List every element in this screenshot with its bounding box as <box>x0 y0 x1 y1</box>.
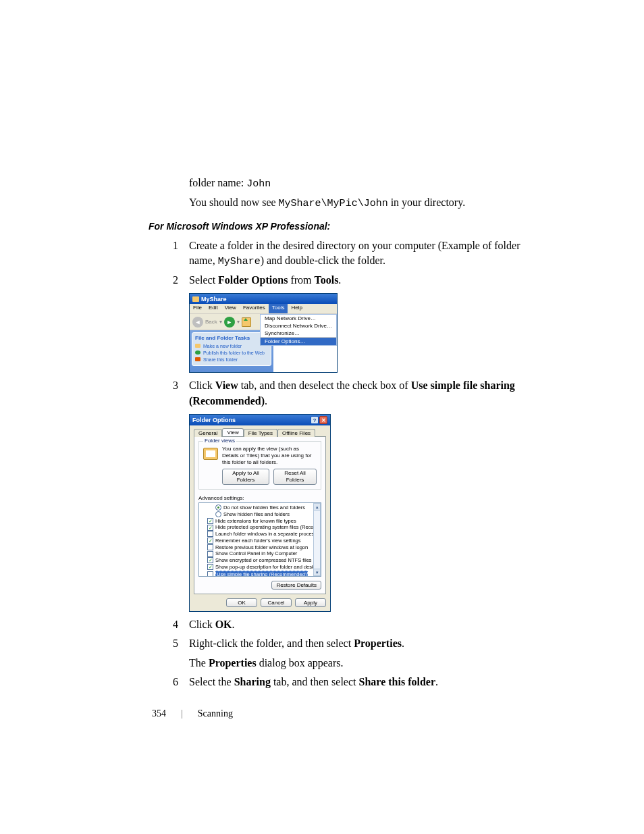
step-1: 1 Create a folder in the desired directo… <box>149 238 522 269</box>
menuitem-map-drive[interactable]: Map Network Drive… <box>261 315 336 322</box>
back-chevron-icon[interactable]: ▾ <box>219 319 222 325</box>
intro-prefix: folder name: <box>189 177 246 188</box>
forward-chevron-icon[interactable]: ▾ <box>237 319 240 325</box>
tasks-title: File and Folder Tasks <box>195 334 268 343</box>
intro-code-2: MyShare\MyPic\John <box>279 198 388 209</box>
toolbar: ◄ Back ▾ ► ▾ Map Network Drive… Disconne… <box>190 314 337 330</box>
window-titlebar: MyShare <box>190 294 337 304</box>
folder-views-desc: You can apply the view (such as Details … <box>222 446 317 466</box>
step-5: 5 Right-click the folder, and then selec… <box>149 636 522 671</box>
advanced-settings-list[interactable]: ▴ ▾ Do not show hidden files and folders… <box>198 502 321 577</box>
adv-check-remember[interactable]: ✓ Remember each folder's view settings <box>200 538 311 544</box>
adv-check-launch-sep[interactable]: Launch folder windows in a separate proc… <box>200 531 311 538</box>
checkbox-icon <box>207 551 213 557</box>
step-6: 6 Select the Sharing tab, and then selec… <box>149 675 522 689</box>
scroll-up-button[interactable]: ▴ <box>313 503 321 511</box>
task-share-folder[interactable]: Share this folder <box>195 357 268 363</box>
dialog-tabs: General View File Types Offline Files <box>190 425 330 436</box>
adv-check-popup-desc[interactable]: ✓ Show pop-up description for folder and… <box>200 564 311 571</box>
tab-general[interactable]: General <box>194 429 222 437</box>
step1-code: MyShare <box>218 256 261 267</box>
menuitem-synchronize[interactable]: Synchronize… <box>261 330 336 337</box>
step-number: 1 <box>165 238 178 253</box>
menu-help[interactable]: Help <box>288 304 305 313</box>
checkbox-icon <box>207 544 213 550</box>
scroll-track[interactable] <box>313 511 321 569</box>
menubar: File Edit View Favorites Tools Help <box>190 304 337 314</box>
step-number: 4 <box>165 617 178 632</box>
menu-file[interactable]: File <box>190 304 205 313</box>
adv-check-ntfs-color[interactable]: ✓ Show encrypted or compressed NTFS file… <box>200 557 311 564</box>
ok-button[interactable]: OK <box>226 598 257 607</box>
page-number: 354 <box>152 708 166 719</box>
step-number: 6 <box>165 675 178 689</box>
forward-button[interactable]: ► <box>224 317 235 328</box>
menu-edit[interactable]: Edit <box>205 304 221 313</box>
screenshot-myshare-window: MyShare File Edit View Favorites Tools H… <box>189 293 338 373</box>
checkbox-icon <box>207 571 213 577</box>
advanced-settings-label: Advanced settings: <box>198 495 321 501</box>
up-folder-button[interactable] <box>242 317 251 327</box>
dialog-titlebar: Folder Options ? ✕ <box>190 415 330 425</box>
apply-all-folders-button[interactable]: Apply to All Folders <box>222 469 269 485</box>
step-4: 4 Click OK. <box>149 617 522 632</box>
adv-check-hide-os[interactable]: ✓ Hide protected operating system files … <box>200 524 311 531</box>
checkbox-icon: ✓ <box>207 525 213 531</box>
checkbox-icon: ✓ <box>207 557 213 563</box>
step-number: 5 <box>165 636 178 651</box>
step-2: 2 Select Folder Options from Tools. <box>149 273 522 288</box>
checkbox-icon: ✓ <box>207 564 213 570</box>
checkbox-icon <box>207 531 213 537</box>
menu-favorites[interactable]: Favorites <box>240 304 269 313</box>
screenshot-folder-options-dialog: Folder Options ? ✕ General View File Typ… <box>189 414 331 612</box>
folder-views-group: Folder views You can apply the view (suc… <box>198 441 321 490</box>
checkbox-icon: ✓ <box>207 538 213 544</box>
page-footer: 354 | Scanning <box>152 708 233 719</box>
intro-line-1: folder name: John <box>189 176 522 191</box>
section-heading: For Microsoft Windows XP Professional: <box>149 221 522 232</box>
window-title: MyShare <box>201 296 227 303</box>
intro-line-2: You should now see MyShare\MyPic\John in… <box>189 195 522 211</box>
chapter-title: Scanning <box>198 708 233 719</box>
dialog-title: Folder Options <box>192 417 236 423</box>
back-label: Back <box>205 319 217 325</box>
radio-icon <box>215 511 221 517</box>
menuitem-folder-options[interactable]: Folder Options… <box>261 337 336 345</box>
adv-check-ctrl-panel[interactable]: Show Control Panel in My Computer <box>200 550 311 557</box>
menu-view[interactable]: View <box>221 304 240 313</box>
tab-file-types[interactable]: File Types <box>244 429 277 437</box>
back-button[interactable]: ◄ <box>192 317 203 328</box>
adv-radio-show-hidden[interactable]: Show hidden files and folders <box>200 511 311 518</box>
task-make-folder[interactable]: Make a new folder <box>195 343 268 350</box>
close-button[interactable]: ✕ <box>319 416 327 424</box>
reset-all-folders-button[interactable]: Reset All Folders <box>273 469 317 485</box>
scroll-down-button[interactable]: ▾ <box>313 569 321 576</box>
footer-separator: | <box>181 708 183 719</box>
tab-offline-files[interactable]: Offline Files <box>277 429 315 437</box>
checkbox-icon: ✓ <box>207 518 213 524</box>
folder-views-icon <box>203 448 218 460</box>
step-3: 3 Click View tab, and then deselect the … <box>149 378 522 409</box>
adv-radio-hide-hidden[interactable]: Do not show hidden files and folders <box>200 504 311 511</box>
radio-icon <box>215 504 221 511</box>
folder-icon <box>192 296 199 302</box>
help-button[interactable]: ? <box>311 416 319 424</box>
task-publish-web[interactable]: Publish this folder to the Web <box>195 350 268 357</box>
tools-dropdown: Map Network Drive… Disconnect Network Dr… <box>260 314 337 346</box>
adv-check-restore-logon[interactable]: Restore previous folder windows at logon <box>200 544 311 551</box>
folder-views-legend: Folder views <box>203 438 236 444</box>
step-number: 3 <box>165 378 178 393</box>
restore-defaults-button[interactable]: Restore Defaults <box>271 581 321 590</box>
dialog-buttons: OK Cancel Apply <box>190 598 330 611</box>
adv-check-hide-ext[interactable]: ✓ Hide extensions for known file types <box>200 518 311 525</box>
step-number: 2 <box>165 273 178 288</box>
intro-code-1: John <box>246 178 271 190</box>
menuitem-disconnect[interactable]: Disconnect Network Drive… <box>261 322 336 330</box>
apply-button[interactable]: Apply <box>295 598 326 607</box>
menu-tools[interactable]: Tools <box>269 304 288 313</box>
tab-view[interactable]: View <box>222 428 243 436</box>
adv-check-simple-sharing[interactable]: Use simple file sharing (Recommended) <box>200 571 311 577</box>
dialog-page-view: Folder views You can apply the view (suc… <box>194 436 326 594</box>
cancel-button[interactable]: Cancel <box>261 598 292 607</box>
